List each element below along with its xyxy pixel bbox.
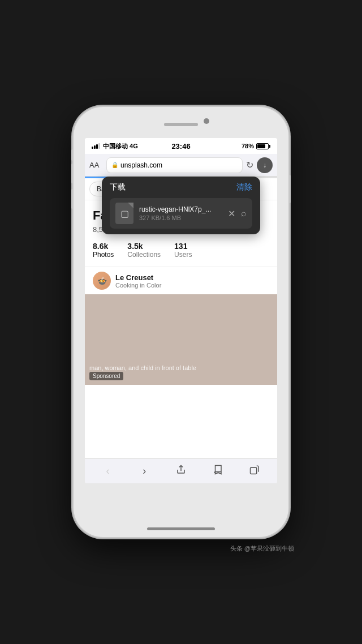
users-count: 131	[174, 242, 192, 251]
nav-tabs-button[interactable]	[242, 461, 267, 482]
collections-label: Collections	[127, 251, 161, 259]
watermark-author: @苹果没砸到牛顿	[244, 545, 294, 552]
phone-screen: 中国移动 4G 23:46 78% AA 🔒 unsplash.com ↻	[85, 138, 277, 483]
lock-icon: 🔒	[111, 162, 118, 168]
sponsored-badge: Sponsored	[89, 372, 123, 380]
browser-aa-button[interactable]: AA	[89, 161, 103, 169]
bottom-nav: ‹ ›	[85, 458, 277, 483]
volume-down-button[interactable]	[71, 189, 74, 209]
photos-count: 8.6k	[93, 242, 114, 251]
stats-row: 8.6k Photos 3.5k Collections 131 Users	[93, 242, 269, 259]
advertiser-emoji: 🍲	[97, 276, 107, 285]
download-arrow-icon: ↓	[263, 161, 266, 169]
find-in-page-button[interactable]: ⌕	[241, 208, 247, 218]
battery-icon	[256, 143, 270, 149]
status-left: 中国移动 4G	[92, 142, 138, 151]
download-panel: 下载 清除 ▢ rustic-vegan-HNlX7p_... 327 KB/1…	[102, 177, 260, 234]
home-indicator[interactable]	[147, 527, 215, 530]
stat-photos[interactable]: 8.6k Photos	[93, 242, 114, 259]
forward-icon: ›	[143, 465, 146, 477]
power-button[interactable]	[288, 175, 291, 203]
file-info: rustic-vegan-HNlX7p_... 327 KB/1.6 MB	[139, 205, 222, 221]
cancel-download-button[interactable]: ✕	[228, 208, 235, 219]
watermark-platform: 头条	[230, 545, 244, 552]
download-item: ▢ rustic-vegan-HNlX7p_... 327 KB/1.6 MB …	[110, 198, 252, 229]
signal-bar-1	[92, 147, 93, 149]
nav-back-button[interactable]: ‹	[95, 461, 120, 482]
photos-label: Photos	[93, 251, 114, 259]
browser-bar: AA 🔒 unsplash.com ↻ ↓	[85, 154, 277, 177]
signal-bar-3	[96, 144, 98, 149]
phone-frame: 中国移动 4G 23:46 78% AA 🔒 unsplash.com ↻	[74, 107, 288, 537]
file-icon: ▢	[115, 203, 133, 224]
nav-bookmarks-button[interactable]	[205, 461, 230, 482]
status-right: 78%	[242, 143, 270, 149]
collections-count: 3.5k	[127, 242, 161, 251]
download-header: 下载 清除	[110, 182, 252, 192]
url-bar[interactable]: 🔒 unsplash.com	[106, 157, 243, 173]
download-indicator-button[interactable]: ↓	[257, 157, 273, 173]
file-size: 327 KB/1.6 MB	[139, 214, 222, 221]
advertiser-sub: Cooking in Color	[115, 282, 161, 289]
back-icon: ‹	[106, 465, 109, 477]
advertiser-row[interactable]: 🍲 Le Creuset Cooking in Color	[85, 267, 277, 294]
mute-button[interactable]	[71, 149, 74, 161]
download-clear-button[interactable]: 清除	[236, 182, 252, 192]
users-label: Users	[174, 251, 192, 259]
carrier-text: 中国移动 4G	[103, 142, 138, 151]
advertiser-name: Le Creuset	[115, 273, 161, 282]
advertiser-info: Le Creuset Cooking in Color	[115, 273, 161, 289]
advertiser-avatar: 🍲	[93, 272, 111, 290]
status-time: 23:46	[171, 142, 190, 151]
file-name: rustic-vegan-HNlX7p_...	[139, 205, 222, 213]
bookmarks-icon	[213, 465, 223, 478]
sponsored-image: man, woman, and child in front of table …	[85, 294, 277, 385]
refresh-button[interactable]: ↻	[246, 160, 253, 170]
status-bar: 中国移动 4G 23:46 78%	[85, 138, 277, 154]
stat-users[interactable]: 131 Users	[174, 242, 192, 259]
phone-speaker	[164, 123, 198, 126]
nav-forward-button[interactable]: ›	[132, 461, 157, 482]
watermark: 头条 @苹果没砸到牛顿	[230, 544, 294, 553]
volume-up-button[interactable]	[71, 164, 74, 183]
file-type-icon: ▢	[120, 208, 129, 219]
signal-bars	[92, 143, 100, 149]
battery-percent: 78%	[242, 143, 254, 149]
image-alt-text: man, woman, and child in front of table	[89, 364, 196, 371]
nav-share-button[interactable]	[169, 461, 193, 482]
download-panel-title: 下载	[110, 182, 126, 192]
share-icon	[176, 465, 186, 478]
file-actions: ✕ ⌕	[228, 208, 247, 219]
signal-bar-4	[98, 143, 100, 149]
front-camera	[204, 118, 209, 124]
url-text: unsplash.com	[120, 161, 162, 169]
svg-rect-1	[250, 467, 256, 474]
signal-bar-2	[94, 145, 96, 149]
stat-collections[interactable]: 3.5k Collections	[127, 242, 161, 259]
tabs-icon	[249, 465, 260, 478]
